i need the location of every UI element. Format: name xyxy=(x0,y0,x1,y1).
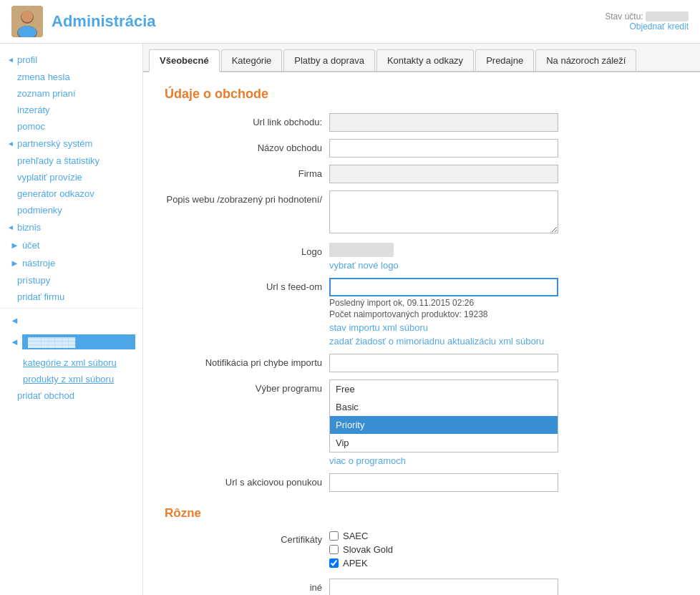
feed-label: Url s feed-om xyxy=(165,278,329,292)
url-link-field xyxy=(329,113,679,132)
sidebar-ucet-label: účet xyxy=(22,240,40,251)
stav-label: Stav účtu: xyxy=(605,11,643,21)
cert-slovak-checkbox[interactable] xyxy=(329,545,339,554)
sidebar-biznis-label: biznis xyxy=(17,222,41,233)
feed-count-info: Počet naimportovaných produktov: 19238 xyxy=(329,309,679,319)
arrow-icon-2: ◄ xyxy=(7,140,14,147)
arrow-icon-5: ► xyxy=(10,258,19,269)
program-label: Výber programu xyxy=(165,379,329,394)
program-listbox: Free Basic Priority Vip xyxy=(329,379,558,453)
arrow-icon: ◄ xyxy=(7,56,14,64)
program-vip[interactable]: Vip xyxy=(330,434,558,452)
url-link-input[interactable] xyxy=(329,113,558,132)
sidebar-vyplatit[interactable]: vyplatiť provízie xyxy=(0,169,142,185)
tab-vseobecne[interactable]: Všeobecné xyxy=(149,49,220,72)
program-basic[interactable]: Basic xyxy=(330,398,558,416)
layout: ◄ profil zmena hesla zoznam prianí inzer… xyxy=(0,44,700,595)
row-akciova: Url s akciovou ponukou xyxy=(165,473,679,492)
sidebar-pomoc[interactable]: pomoc xyxy=(0,118,142,135)
row-feed: Url s feed-om Posledný import ok, 09.11.… xyxy=(165,278,679,347)
nazov-label: Názov obchodu xyxy=(165,139,329,153)
cert-apek-checkbox[interactable] xyxy=(329,558,339,568)
feed-field: Posledný import ok, 09.11.2015 02:26 Poč… xyxy=(329,278,679,347)
main-content: Všeobecné Kategórie Platby a doprava Kon… xyxy=(143,44,700,595)
row-url-link: Url link obchodu: xyxy=(165,113,679,132)
tab-predajne[interactable]: Predajne xyxy=(475,49,534,71)
header-title: Administrácia xyxy=(52,12,156,31)
logo-image xyxy=(329,243,394,257)
sidebar: ◄ profil zmena hesla zoznam prianí inzer… xyxy=(0,44,143,595)
popis-field xyxy=(329,190,679,236)
sidebar-highlighted[interactable]: ▓▓▓▓▓▓▓ xyxy=(22,334,135,349)
sidebar-nastroje[interactable]: ► nástroje xyxy=(0,254,142,272)
tab-nazoroch[interactable]: Na názoroch záleží xyxy=(535,49,636,71)
cert-saec-checkbox[interactable] xyxy=(329,531,339,541)
sidebar-prehlady[interactable]: prehľady a štatistiky xyxy=(0,153,142,169)
cert-slovak-label[interactable]: Slovak Gold xyxy=(343,544,393,555)
objednat-kredit-link[interactable]: Objednať kredit xyxy=(629,21,689,32)
sidebar-nastroje-label: nástroje xyxy=(22,258,55,269)
sidebar-inzeraty[interactable]: inzeráty xyxy=(0,102,142,118)
viac-programoch-link[interactable]: viac o programoch xyxy=(329,455,679,466)
program-field: Free Basic Priority Vip viac o programoc… xyxy=(329,379,679,466)
firma-field xyxy=(329,165,679,183)
logo-label: Logo xyxy=(165,243,329,257)
udaje-title: Údaje o obchode xyxy=(165,87,679,102)
program-priority[interactable]: Priority xyxy=(330,416,558,434)
nazov-input[interactable] xyxy=(329,139,558,158)
sidebar-section-partnersky[interactable]: ◄ partnerský systém xyxy=(0,135,142,153)
akciova-label: Url s akciovou ponukou xyxy=(165,473,329,488)
sidebar-pridat-obchod[interactable]: pridať obchod xyxy=(0,387,142,404)
row-nazov: Názov obchodu xyxy=(165,139,679,158)
akciova-input[interactable] xyxy=(329,473,558,492)
akciova-field xyxy=(329,473,679,492)
popis-textarea[interactable] xyxy=(329,190,558,233)
row-logo: Logo vybrať nové logo xyxy=(165,243,679,271)
sidebar-subsection-highlighted[interactable]: ◄ ▓▓▓▓▓▓▓ xyxy=(0,329,142,354)
zadat-ziadost-link[interactable]: zadať žiadosť o mimoriadnu aktualizáciu … xyxy=(329,336,679,347)
cert-saec-label[interactable]: SAEC xyxy=(343,531,368,541)
sidebar-podmienky[interactable]: podmienky xyxy=(0,202,142,218)
sidebar-zoznam-prani[interactable]: zoznam prianí xyxy=(0,85,142,102)
arrow-icon-3: ◄ xyxy=(7,223,14,231)
stav-value xyxy=(646,11,689,21)
header-status: Stav účtu: Objednať kredit xyxy=(605,11,689,32)
notifikacia-field xyxy=(329,354,679,372)
content-area: Údaje o obchode Url link obchodu: Názov … xyxy=(143,72,700,595)
row-ine: iné xyxy=(165,579,679,595)
cert-apek-label[interactable]: APEK xyxy=(343,558,368,569)
sidebar-section-obchody[interactable]: ◄ xyxy=(0,311,142,329)
sidebar-produkty-xml[interactable]: produkty z xml súboru xyxy=(0,371,142,387)
tabs-bar: Všeobecné Kategórie Platby a doprava Kon… xyxy=(143,44,700,72)
sidebar-generator[interactable]: generátor odkazov xyxy=(0,185,142,202)
certifikaty-label: Certifikáty xyxy=(165,531,329,545)
sidebar-kategorie-xml[interactable]: kategórie z xml súboru xyxy=(0,354,142,371)
sidebar-pristupy[interactable]: prístupy xyxy=(0,272,142,289)
firma-label: Firma xyxy=(165,165,329,179)
cert-slovak-row: Slovak Gold xyxy=(329,544,679,555)
sidebar-section-biznis[interactable]: ◄ biznis xyxy=(0,218,142,236)
row-notifikacia: Notifikácia pri chybe importu xyxy=(165,354,679,372)
vybrat-logo-link[interactable]: vybrať nové logo xyxy=(329,260,679,271)
tab-kontakty[interactable]: Kontakty a odkazy xyxy=(376,49,474,71)
sidebar-ucet[interactable]: ► účet xyxy=(0,236,142,254)
ine-input[interactable] xyxy=(329,579,558,595)
firma-select[interactable] xyxy=(329,165,558,183)
arrow-icon-6: ◄ xyxy=(10,315,19,326)
logo-field: vybrať nové logo xyxy=(329,243,679,271)
sidebar-section-profil[interactable]: ◄ profil xyxy=(0,51,142,69)
program-free[interactable]: Free xyxy=(330,380,558,398)
feed-input[interactable] xyxy=(329,278,558,296)
cert-apek-row: APEK xyxy=(329,558,679,569)
sidebar-zmena-hesla[interactable]: zmena hesla xyxy=(0,69,142,85)
tab-platby[interactable]: Platby a doprava xyxy=(283,49,375,71)
ine-field xyxy=(329,579,679,595)
arrow-icon-4: ► xyxy=(10,240,19,251)
rozne-title: Rôzne xyxy=(165,506,679,521)
sidebar-pridat-firmu[interactable]: pridať firmu xyxy=(0,289,142,305)
stav-importu-link[interactable]: stav importu xml súboru xyxy=(329,322,679,333)
tab-kategorie[interactable]: Kategórie xyxy=(221,49,283,71)
row-certifikaty: Certifikáty SAEC Slovak Gold APEK xyxy=(165,531,679,571)
nazov-field xyxy=(329,139,679,158)
notifikacia-input[interactable] xyxy=(329,354,558,372)
